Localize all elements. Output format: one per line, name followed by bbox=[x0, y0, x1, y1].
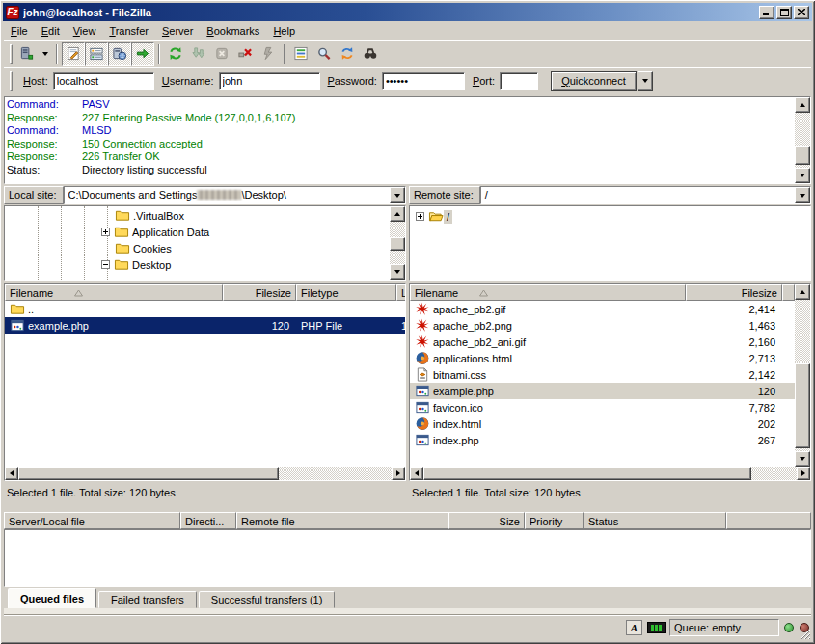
menu-file[interactable]: File bbox=[4, 23, 35, 39]
tab-successful-transfers[interactable]: Successful transfers (1) bbox=[199, 591, 336, 608]
log-scroll-thumb[interactable] bbox=[795, 146, 810, 165]
titlebar[interactable]: Fz john@localhost - FileZilla bbox=[3, 3, 812, 21]
data-type-ascii-icon[interactable]: A bbox=[626, 620, 642, 635]
tree-item[interactable]: Cookies bbox=[115, 240, 175, 256]
refresh-button[interactable] bbox=[164, 42, 187, 66]
file-row[interactable]: index.php 267 bbox=[410, 432, 795, 448]
column-header-filesize[interactable]: Filesize bbox=[686, 284, 782, 301]
filezilla-app-icon[interactable]: Fz bbox=[6, 6, 19, 19]
file-row-selected[interactable]: example.php 120 bbox=[410, 383, 795, 399]
file-row[interactable]: index.html 202 bbox=[410, 416, 795, 432]
collapse-icon[interactable] bbox=[101, 260, 110, 269]
local-site-path[interactable]: C:\Documents and Settings\Desktop\ bbox=[65, 187, 390, 203]
file-row[interactable]: applications.html 2,713 bbox=[410, 350, 795, 366]
remote-list-hscrollbar[interactable] bbox=[410, 467, 810, 480]
log-scroll-up-button[interactable] bbox=[795, 97, 810, 113]
column-header-filesize[interactable]: Filesize bbox=[223, 284, 296, 301]
menu-edit[interactable]: Edit bbox=[35, 23, 67, 39]
site-manager-button[interactable] bbox=[15, 42, 52, 66]
toggle-transfer-queue-button[interactable] bbox=[131, 42, 154, 66]
local-tree-scrollbar[interactable] bbox=[390, 206, 405, 280]
menu-bookmarks[interactable]: Bookmarks bbox=[200, 23, 266, 39]
menu-server[interactable]: Server bbox=[155, 23, 200, 39]
queue-col-remote-file[interactable]: Remote file bbox=[236, 512, 448, 529]
file-row-selected[interactable]: example.php 120 PHP File 1 bbox=[5, 317, 405, 334]
scroll-thumb[interactable] bbox=[18, 467, 279, 480]
column-header-filename[interactable]: Filename bbox=[410, 284, 686, 301]
tree-item[interactable]: .VirtualBox bbox=[115, 207, 187, 224]
remote-list-vscrollbar[interactable] bbox=[795, 284, 810, 467]
toggle-local-tree-button[interactable] bbox=[85, 42, 108, 66]
speed-limit-icon[interactable] bbox=[647, 622, 666, 633]
remote-site-path[interactable]: / bbox=[481, 187, 795, 203]
quickconnect-dropdown-button[interactable] bbox=[638, 71, 653, 91]
file-row[interactable]: apache_pb2_ani.gif 2,160 bbox=[410, 334, 795, 350]
local-site-combobox[interactable]: C:\Documents and Settings\Desktop\ bbox=[64, 186, 406, 204]
host-input[interactable] bbox=[53, 72, 154, 90]
file-row[interactable]: favicon.ico 7,782 bbox=[410, 399, 795, 416]
tree-item[interactable]: Desktop bbox=[101, 256, 174, 273]
tree-item[interactable]: Application Data bbox=[101, 224, 212, 240]
cancel-button[interactable] bbox=[210, 42, 233, 66]
menu-help[interactable]: Help bbox=[266, 23, 302, 39]
scroll-thumb[interactable] bbox=[795, 363, 810, 448]
column-header-lastmodified[interactable]: L bbox=[396, 284, 406, 301]
toggle-message-log-button[interactable] bbox=[62, 42, 85, 66]
port-input[interactable] bbox=[500, 72, 538, 90]
directory-comparison-button[interactable] bbox=[312, 42, 336, 66]
local-list-hscrollbar[interactable] bbox=[5, 467, 405, 480]
tree-item[interactable]: / bbox=[416, 208, 452, 225]
file-row[interactable]: bitnami.css 2,142 bbox=[410, 366, 795, 383]
menu-transfer[interactable]: Transfer bbox=[102, 23, 155, 39]
toggle-remote-tree-button[interactable] bbox=[108, 42, 131, 66]
queue-col-priority[interactable]: Priority bbox=[525, 512, 584, 529]
close-button[interactable] bbox=[794, 6, 809, 19]
scroll-up-button[interactable] bbox=[390, 206, 405, 222]
scroll-up-button[interactable] bbox=[795, 284, 810, 300]
tab-failed-transfers[interactable]: Failed transfers bbox=[98, 591, 197, 608]
scroll-thumb[interactable] bbox=[390, 237, 405, 251]
column-header-filetype[interactable]: Filetype bbox=[296, 284, 396, 301]
minimize-button[interactable] bbox=[759, 6, 774, 19]
tab-queued-files[interactable]: Queued files bbox=[8, 588, 96, 608]
queue-body[interactable] bbox=[4, 529, 811, 587]
scroll-right-button[interactable] bbox=[797, 467, 810, 480]
expand-icon[interactable] bbox=[416, 212, 424, 221]
password-input[interactable] bbox=[382, 72, 465, 90]
file-row-parent-dir[interactable]: .. bbox=[5, 301, 405, 317]
reconnect-button[interactable] bbox=[257, 42, 280, 66]
scroll-left-button[interactable] bbox=[410, 467, 423, 480]
synchronized-browsing-button[interactable] bbox=[336, 42, 359, 66]
queue-col-size[interactable]: Size bbox=[448, 512, 525, 529]
process-queue-button[interactable] bbox=[187, 42, 210, 66]
menu-view[interactable]: View bbox=[67, 23, 103, 39]
remote-site-combobox[interactable]: / bbox=[480, 186, 811, 204]
remote-site-dropdown-button[interactable] bbox=[795, 187, 810, 203]
username-input[interactable] bbox=[219, 72, 320, 90]
queue-col-status[interactable]: Status bbox=[584, 512, 726, 529]
scroll-down-button[interactable] bbox=[795, 451, 810, 467]
resize-grip[interactable] bbox=[799, 628, 811, 640]
quickconnect-button[interactable]: Quickconnect bbox=[551, 71, 637, 91]
find-files-button[interactable] bbox=[359, 42, 382, 66]
expand-icon[interactable] bbox=[101, 228, 110, 236]
queue-col-server-local-file[interactable]: Server/Local file bbox=[4, 512, 180, 529]
disconnect-button[interactable] bbox=[233, 42, 257, 66]
column-header-filename[interactable]: Filename bbox=[5, 284, 223, 301]
redacted-username bbox=[197, 190, 241, 200]
local-site-dropdown-button[interactable] bbox=[390, 187, 405, 203]
queue-col-direction[interactable]: Directi... bbox=[180, 512, 236, 529]
log-text: PASV bbox=[82, 98, 110, 112]
scroll-left-button[interactable] bbox=[5, 467, 18, 480]
maximize-button[interactable] bbox=[776, 6, 792, 19]
file-row[interactable]: apache_pb2.png 1,463 bbox=[410, 317, 795, 334]
scroll-down-button[interactable] bbox=[390, 264, 405, 280]
log-scrollbar[interactable] bbox=[795, 97, 810, 183]
file-row[interactable]: apache_pb2.gif 2,414 bbox=[410, 301, 795, 317]
scroll-thumb[interactable] bbox=[423, 467, 751, 480]
scroll-right-button[interactable] bbox=[392, 467, 405, 480]
quickconnect-grip[interactable] bbox=[10, 71, 13, 91]
filename-filters-button[interactable] bbox=[289, 42, 312, 66]
log-scroll-down-button[interactable] bbox=[795, 168, 810, 183]
toolbar-grip[interactable] bbox=[10, 44, 13, 64]
